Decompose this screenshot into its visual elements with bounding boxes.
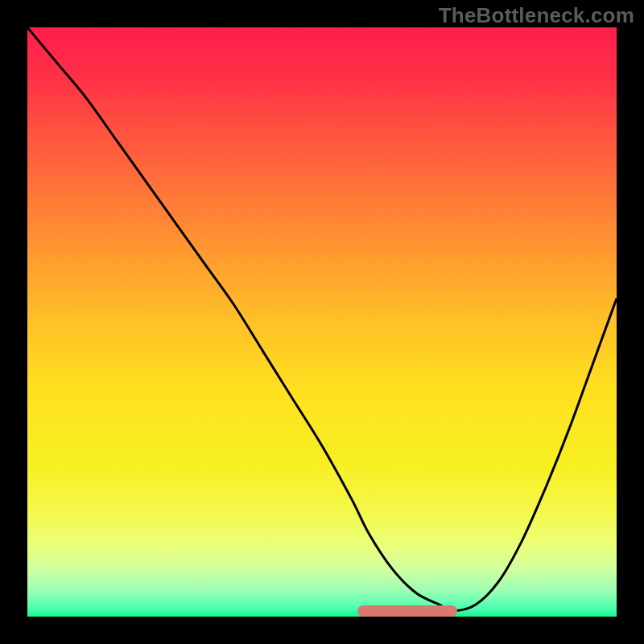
- plot-area: [27, 27, 617, 617]
- chart-frame: TheBottleneck.com: [0, 0, 644, 644]
- optimal-range-highlight: [357, 605, 457, 617]
- watermark-text: TheBottleneck.com: [439, 3, 634, 28]
- bottleneck-curve: [27, 27, 617, 617]
